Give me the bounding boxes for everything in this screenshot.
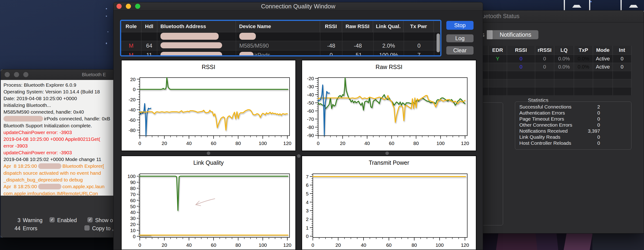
log-line: 2019-04-08 10:25:00 +0000 Apple80211Get( [4,136,125,142]
stat-row: Page Timeout Errors0 [515,116,631,122]
transmit-power-chart: Transmit Power76543210020406080100120 [302,155,476,250]
svg-text:0: 0 [138,141,141,146]
splitter-handle[interactable] [297,154,300,158]
svg-text:60: 60 [211,242,216,248]
log-line: Operating System: Version 10.14.4 (Build… [4,88,125,95]
tab-notifications[interactable]: Notifications [492,30,538,39]
svg-text:0: 0 [138,242,141,248]
log-line: dispatch source activated with no event … [4,170,125,176]
errors-label: Errors [23,225,38,232]
svg-text:20: 20 [335,242,341,248]
raw-rssi-chart: Raw RSSI-20-30-40-50-60-70-80-9002040608… [302,60,476,151]
status-row[interactable] [466,87,632,95]
column-header[interactable]: Tx Pwr [404,21,434,32]
column-header[interactable]: Hdl [142,21,157,32]
window-title: Connection Quality Window [114,2,483,10]
status-row[interactable] [466,79,632,87]
log-line: updateChainPower error: -3903 [4,149,125,156]
column-header[interactable]: Int [613,46,632,55]
redaction-blob [160,42,222,48]
log-line: _dispatch_bug_deprecated to debug [4,176,125,183]
redaction-blob [239,52,254,57]
redaction-blob [4,116,43,122]
svg-text:120: 120 [283,242,292,248]
svg-text:20: 20 [162,242,167,248]
errors-count: 44 [11,225,20,232]
status-titlebar[interactable]: Bluetooth Status [463,10,644,22]
status-row[interactable]: Y000.0%0.0%Active0 [466,55,632,63]
zoom-icon[interactable] [23,72,28,77]
svg-text:-80: -80 [307,125,314,130]
svg-text:-20: -20 [128,97,136,102]
column-header[interactable]: EDR [488,46,507,55]
svg-text:-90: -90 [307,133,314,138]
status-row[interactable]: 000.0%0.0%Active0 [466,63,632,71]
connection-quality-window: Connection Quality Window RoleHdlBluetoo… [113,2,483,250]
enabled-checkbox[interactable] [50,217,55,222]
stat-row: Link Quality Reads0 [515,134,631,140]
column-header[interactable]: TxP [574,46,593,55]
column-header[interactable]: Bluetooth Address [157,21,236,32]
column-header[interactable]: RSSI [320,21,342,32]
star [106,8,107,9]
svg-text:-20: -20 [307,76,314,81]
log-titlebar[interactable]: Bluetooth E [1,69,125,80]
stat-row: Successful Connections2 [515,104,631,110]
svg-text:RSSI: RSSI [202,64,215,70]
stat-row: Other Connection Errors0 [515,122,631,128]
stop-button[interactable]: Stop [446,21,474,30]
log-line: Apr 8 18:25:00 com.apple.xpc.laun [4,183,125,190]
main-titlebar[interactable]: Connection Quality Window [114,2,483,11]
column-header[interactable]: RSSI [507,46,535,55]
clear-button[interactable]: Clear [446,46,474,55]
bluetooth-status-window: Bluetooth Status s Notifications EDRRSSI… [463,10,644,234]
svg-text:80: 80 [235,141,241,146]
device-table-header: RoleHdlBluetooth AddressDevice NameRSSIR… [121,21,440,32]
svg-text:-40: -40 [307,92,314,97]
minimize-icon[interactable] [14,72,19,77]
device-row[interactable]: M64M585/M590-48-482.0%0 [121,41,440,50]
column-header[interactable]: rRSSI [535,46,554,55]
svg-text:0: 0 [306,234,309,239]
splitter-handle[interactable] [207,152,210,155]
column-header[interactable]: Role [121,21,142,32]
window-title: Bluetooth Status [477,10,519,22]
svg-text:100: 100 [436,141,445,146]
column-header[interactable]: Device Name [236,21,320,32]
svg-text:100: 100 [128,174,136,179]
star [106,42,107,44]
log-line: error -3903 [4,142,125,149]
display-icon-stand [627,5,640,8]
splitter-handle[interactable] [386,152,389,155]
svg-text:60: 60 [389,141,394,146]
svg-text:40: 40 [186,242,192,248]
log-button[interactable]: Log [446,34,474,42]
column-header[interactable]: LQ [554,46,574,55]
log-line: com.apple.imfoundation.IMRemoteURLCon [4,190,125,196]
svg-text:10: 10 [130,228,136,233]
redaction-blob [38,163,62,169]
show-checkbox[interactable] [88,217,92,222]
close-icon[interactable] [5,72,10,77]
column-header[interactable]: Mode [593,46,613,55]
log-footer: 3 Warning 44 Errors Enabled Show o Copy … [1,196,125,238]
svg-text:0: 0 [133,87,136,92]
log-line: Initializing Bluetooth... [4,102,125,108]
svg-text:5: 5 [306,191,309,196]
scrollbar-thumb[interactable] [436,33,440,52]
copy-checkbox[interactable] [84,225,90,231]
window-title: Bluetooth E [82,69,106,80]
tab-selected-edge[interactable] [487,30,492,39]
device-row[interactable]: M11irPods0-51100.0%7 [121,50,440,56]
device-row[interactable] [121,32,440,41]
show-label: Show o [95,217,113,224]
svg-text:20: 20 [340,141,345,146]
svg-text:20: 20 [162,141,167,146]
star [590,1,592,2]
column-header[interactable]: Link Qual. [373,21,404,32]
log-text-area[interactable]: Process: Bluetooth Explorer 6.0.9Operati… [1,80,125,196]
svg-text:20: 20 [130,77,136,82]
log-line: updateChainPower error: -3903 [4,129,125,136]
status-row[interactable] [466,71,632,79]
column-header[interactable]: Raw RSSI [342,21,373,32]
